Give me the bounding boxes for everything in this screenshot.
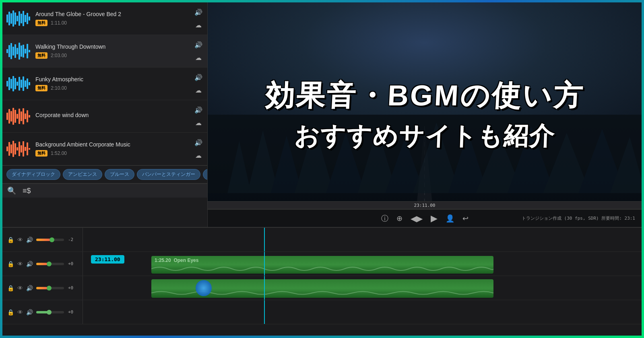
- svg-rect-20: [23, 45, 24, 58]
- lock-icon-2[interactable]: 🔒: [7, 261, 14, 267]
- track-content-3: [83, 276, 642, 300]
- tag-chip-2[interactable]: ブルース: [105, 169, 134, 180]
- volume-knob-3[interactable]: [47, 286, 52, 291]
- svg-rect-29: [17, 82, 18, 86]
- list-item[interactable]: Corporate wind down 🔊 ☁: [2, 100, 207, 133]
- tag-bar: ダイナディブロック アンビエンス ブルース バンパーとスティンガー シネ: [2, 165, 207, 183]
- outer-border: Around The Globe - Groove Bed 2 無料 1:11.…: [0, 0, 644, 338]
- audio-panel: Around The Globe - Groove Bed 2 無料 1:11.…: [2, 2, 208, 227]
- svg-rect-40: [14, 110, 16, 123]
- download-icon-track1[interactable]: ☁: [194, 20, 203, 30]
- lock-icon-1[interactable]: 🔒: [7, 237, 14, 243]
- svg-rect-57: [25, 147, 26, 151]
- svg-rect-8: [23, 11, 24, 26]
- avatar-icon[interactable]: 👤: [446, 214, 454, 223]
- audio-title-track1: Around The Globe - Groove Bed 2: [35, 11, 190, 17]
- list-item[interactable]: Background Ambient Corporate Music 無料 1:…: [2, 133, 207, 165]
- playhead-line-2: [264, 252, 265, 276]
- svg-rect-55: [21, 145, 22, 153]
- track-controls-2: 🔒 👁 🔊 +0: [2, 252, 83, 276]
- lock-icon-3[interactable]: 🔒: [7, 285, 14, 291]
- volume-icon-track1[interactable]: 🔊: [194, 7, 203, 17]
- svg-rect-24: [6, 81, 8, 87]
- audio-icon-2[interactable]: 🔊: [26, 261, 33, 267]
- timecode-bubble: 23:11.00: [91, 255, 124, 264]
- filter-icon[interactable]: ≡$: [23, 187, 31, 195]
- svg-rect-18: [19, 43, 20, 60]
- timeline-ruler-video: 23:11.00: [208, 201, 642, 209]
- volume-slider-4[interactable]: [36, 311, 64, 313]
- speed-icon[interactable]: ◀▶: [411, 214, 423, 223]
- volume-icon-track3[interactable]: 🔊: [194, 72, 203, 82]
- volume-slider-3[interactable]: [36, 287, 64, 289]
- play-icon[interactable]: ▶: [431, 213, 438, 224]
- audio-title-track5: Background Ambient Corporate Music: [35, 141, 190, 148]
- audio-icon-4[interactable]: 🔊: [26, 309, 33, 315]
- eye-icon-2[interactable]: 👁: [17, 261, 23, 267]
- track-row-3: 🔒 👁 🔊 +0: [2, 276, 642, 300]
- volume-slider-2[interactable]: [36, 263, 64, 265]
- tag-chip-4[interactable]: シネ: [203, 169, 207, 180]
- audio-clip[interactable]: 1:25.20 Open Eyes: [151, 256, 493, 274]
- svg-rect-52: [14, 143, 16, 155]
- volume-slider-1[interactable]: [36, 239, 64, 241]
- svg-rect-11: [29, 16, 30, 21]
- svg-rect-37: [8, 109, 10, 124]
- track-row-1: 🔒 👁 🔊 -2: [2, 228, 642, 252]
- eye-icon-1[interactable]: 👁: [17, 237, 23, 243]
- volume-icon-track2[interactable]: 🔊: [194, 40, 203, 49]
- svg-rect-34: [27, 78, 28, 89]
- svg-rect-15: [12, 47, 14, 56]
- track-content-4: [83, 300, 642, 324]
- eye-icon-3[interactable]: 👁: [17, 285, 23, 291]
- volume-icon-track5[interactable]: 🔊: [194, 138, 203, 147]
- badge-free-track1: 無料: [35, 20, 47, 26]
- eye-icon-4[interactable]: 👁: [17, 309, 23, 315]
- lock-icon-4[interactable]: 🔒: [7, 309, 14, 315]
- svg-rect-5: [17, 16, 18, 21]
- audio-meta-track3: 無料 2:10.00: [35, 85, 190, 91]
- blue-dot: [196, 280, 212, 296]
- svg-rect-4: [14, 12, 16, 25]
- audio-meta-track1: 無料 1:11.00: [35, 20, 190, 26]
- list-item[interactable]: Around The Globe - Groove Bed 2 無料 1:11.…: [2, 2, 207, 35]
- undo-icon[interactable]: ↩: [462, 214, 469, 223]
- svg-rect-0: [6, 14, 8, 23]
- svg-rect-33: [25, 80, 26, 87]
- playhead-line-3: [264, 276, 265, 300]
- tag-chip-0[interactable]: ダイナディブロック: [6, 169, 60, 180]
- volume-knob-4[interactable]: [47, 310, 52, 315]
- audio-info-track2: Walking Through Downtown 無料 2:03.00: [35, 43, 190, 59]
- add-track-icon[interactable]: ⊕: [396, 214, 402, 223]
- volume-knob-2[interactable]: [47, 262, 52, 266]
- tag-chip-3[interactable]: バンパーとスティンガー: [137, 169, 200, 180]
- svg-rect-35: [29, 82, 30, 85]
- audio-icon-3[interactable]: 🔊: [26, 285, 33, 291]
- svg-rect-38: [10, 111, 12, 122]
- audio-duration-track1: 1:11.00: [51, 20, 67, 26]
- download-icon-track5[interactable]: ☁: [194, 150, 203, 160]
- svg-rect-47: [29, 115, 30, 117]
- download-icon-track2[interactable]: ☁: [194, 53, 203, 62]
- info-icon[interactable]: ⓘ: [381, 214, 388, 223]
- clip-label: 1:25.20 Open Eyes: [155, 258, 198, 263]
- svg-rect-48: [6, 146, 8, 151]
- audio-meta-track2: 無料 2:03.00: [35, 52, 190, 59]
- tag-chip-1[interactable]: アンビエンス: [63, 169, 102, 180]
- download-icon-track3[interactable]: ☁: [194, 85, 203, 95]
- download-icon-track4[interactable]: ☁: [194, 118, 203, 128]
- search-icon[interactable]: 🔍: [7, 186, 16, 195]
- svg-rect-12: [6, 49, 8, 53]
- audio-icon-1[interactable]: 🔊: [26, 237, 33, 243]
- list-item[interactable]: Walking Through Downtown 無料 2:03.00 🔊 ☁: [2, 35, 207, 68]
- overlay-line1: 効果音・BGMの使い方: [264, 76, 585, 115]
- volume-icon-track4[interactable]: 🔊: [194, 105, 203, 115]
- audio-actions-track2: 🔊 ☁: [194, 40, 203, 62]
- volume-knob-1[interactable]: [50, 237, 54, 242]
- svg-rect-58: [27, 142, 28, 155]
- main-area: Around The Globe - Groove Bed 2 無料 1:11.…: [2, 2, 642, 227]
- list-item[interactable]: Funky Atmospheric 無料 2:10.00 🔊 ☁: [2, 68, 207, 100]
- track-content-1: [83, 228, 642, 251]
- waveform-track1: [6, 8, 31, 29]
- svg-rect-26: [10, 79, 12, 89]
